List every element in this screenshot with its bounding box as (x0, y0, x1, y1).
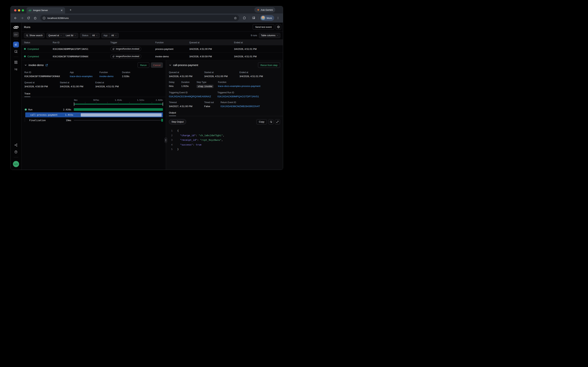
sidebar-item-events[interactable] (13, 49, 19, 54)
duration-label: Duration (181, 81, 197, 83)
trace-row-run[interactable]: Run 2.028s (24, 107, 163, 112)
word-wrap-button[interactable] (268, 119, 273, 124)
apps-icon (14, 61, 18, 64)
started-label: Started at (204, 71, 240, 74)
forward-button[interactable] (19, 15, 25, 21)
function-link[interactable]: invoke-demo (99, 75, 122, 78)
minimap-start-handle[interactable] (74, 102, 74, 106)
maximize-window-button[interactable] (22, 9, 24, 11)
reload-button[interactable] (26, 15, 31, 21)
cancel-button[interactable]: Cancel (151, 62, 163, 68)
profile-chip[interactable]: Work (260, 15, 274, 21)
site-info-icon[interactable] (42, 17, 46, 20)
span-name: call-process-payment (30, 114, 62, 116)
trigger-pill[interactable]: inngest/function.invoked (110, 54, 141, 58)
minimap-end-handle[interactable] (163, 102, 163, 106)
browser-window: Inngest Server ✕ + Ask Gemini (10, 6, 283, 170)
line-number: 3 (169, 138, 173, 142)
time-range-dropdown[interactable]: Last 3d (64, 33, 78, 38)
gemini-icon (257, 8, 260, 11)
app-filter[interactable]: App All (101, 33, 119, 38)
tab-output[interactable]: Output (169, 111, 176, 116)
col-queued-at: Queued at (189, 41, 234, 44)
run-id-label: Run ID (24, 71, 70, 74)
axis-tick-label: 0ms (74, 99, 78, 101)
help-icon[interactable] (13, 149, 19, 155)
collapse-chevron-icon[interactable] (169, 64, 172, 66)
trigger-pill[interactable]: inngest/function.invoked (110, 47, 141, 51)
line-number: 1 (169, 128, 173, 133)
table-row[interactable]: Completed 01KJXDACKB9MPQACGTDP7JAVS1 inn… (21, 45, 283, 53)
dev-server-button[interactable]: </> (13, 161, 19, 167)
timeline-minimap[interactable] (74, 104, 163, 105)
run-details-split: invoke-demo Rerun Cancel Run ID01KJXDACB… (21, 60, 283, 170)
browser-menu-icon[interactable] (275, 15, 281, 21)
collapse-chevron-icon[interactable] (24, 64, 27, 66)
timeout-label: Timeout (169, 101, 204, 104)
main-content: Runs Send test event Show search (21, 23, 283, 170)
panel-resize-handle[interactable] (165, 137, 167, 143)
tab-close-icon[interactable]: ✕ (60, 9, 63, 12)
table-row[interactable]: Completed 01KJXDACBF7E98M00RAFCK9HAX inn… (21, 53, 283, 60)
span-bar[interactable] (74, 108, 163, 111)
sidebar-item-runs[interactable] (13, 42, 19, 48)
expand-button[interactable] (275, 119, 280, 124)
status-filter-value[interactable]: All (90, 33, 99, 38)
table-columns-dropdown[interactable]: Table columns (259, 33, 280, 38)
ask-gemini-button[interactable]: Ask Gemini (254, 7, 275, 13)
home-button[interactable] (32, 15, 38, 21)
send-test-event-button[interactable]: Send test event (253, 24, 274, 30)
rerun-button[interactable]: Rerun (138, 62, 149, 68)
ended-at: 3/4/2026, 4:51:01 PM (234, 48, 283, 50)
bookmark-star-icon[interactable] (234, 17, 237, 20)
col-function: Function (155, 41, 189, 44)
function-name: process-payment (155, 48, 189, 50)
step-output-button[interactable]: Step Output (169, 119, 186, 124)
trace-row-call-process-payment[interactable]: call-process-payment 1.915s (25, 112, 163, 117)
url-text[interactable]: localhost:8288/runs (48, 17, 232, 19)
external-link-icon[interactable] (45, 64, 48, 67)
app-link[interactable]: trace-docs-examples (70, 75, 99, 78)
sidebar-item-functions[interactable] (13, 66, 19, 72)
sidebar-divider (14, 39, 18, 39)
time-filter[interactable]: Queued at Last 3d (46, 33, 78, 38)
ended-label: Ended at (240, 71, 280, 74)
window-controls[interactable] (14, 9, 24, 11)
return-event-id-link[interactable]: 01KJXDAE66CMZMB28439023V4T (221, 105, 280, 108)
trace-row-finalization[interactable]: Finalization 19ms (24, 118, 163, 122)
settings-button[interactable] (276, 24, 281, 30)
sidebar-divider (14, 57, 18, 57)
new-tab-button[interactable]: + (68, 8, 73, 12)
share-icon (14, 143, 18, 147)
app-filter-value[interactable]: All (109, 33, 118, 38)
status-filter[interactable]: Status All (80, 33, 100, 38)
triggering-event-id-link[interactable]: 01KJXDACEC6H49QRQXWEA93NXZ (169, 95, 217, 98)
rerun-from-step-button[interactable]: Rerun from step (258, 62, 280, 68)
delay-value: 0ms (169, 85, 181, 87)
tab-trace[interactable]: Trace (24, 92, 30, 97)
env-badge[interactable]: DV (13, 32, 19, 37)
timed-out-label: Timed out (204, 101, 221, 104)
show-search-button[interactable]: Show search (24, 33, 45, 38)
back-button[interactable] (13, 15, 18, 21)
started-value: 3/4/2026, 4:51:00 PM (204, 75, 240, 78)
span-bar[interactable] (81, 113, 162, 117)
span-bar[interactable] (161, 119, 163, 122)
minimize-window-button[interactable] (18, 9, 20, 11)
sidebar-item-apps[interactable] (13, 59, 19, 65)
inngest-logo-icon[interactable] (13, 25, 19, 29)
url-bar[interactable]: localhost:8288/runs (40, 15, 239, 21)
time-field-dropdown[interactable]: Queued at (47, 33, 64, 38)
close-window-button[interactable] (14, 9, 16, 11)
copy-button[interactable]: Copy (256, 119, 267, 124)
search-tabs-icon[interactable] (251, 15, 256, 21)
output-code[interactable]: 1{ 2 "charge_id": "ch_1abc2def3ghi", 3 "… (169, 128, 280, 152)
triggered-run-id-link[interactable]: 01KJXDACKB9MPQACGTDP7JAVS1 (217, 95, 280, 98)
timeout-value: 3/4/2027, 4:51:00 PM (169, 105, 204, 108)
browser-tab[interactable]: Inngest Server ✕ (26, 7, 65, 13)
expand-icon (276, 121, 279, 123)
status-badge: Completed (27, 48, 39, 50)
function-link[interactable]: trace-docs-examples-process-payment (218, 85, 280, 87)
extensions-icon[interactable] (242, 15, 247, 21)
share-feedback-icon[interactable] (13, 142, 19, 148)
